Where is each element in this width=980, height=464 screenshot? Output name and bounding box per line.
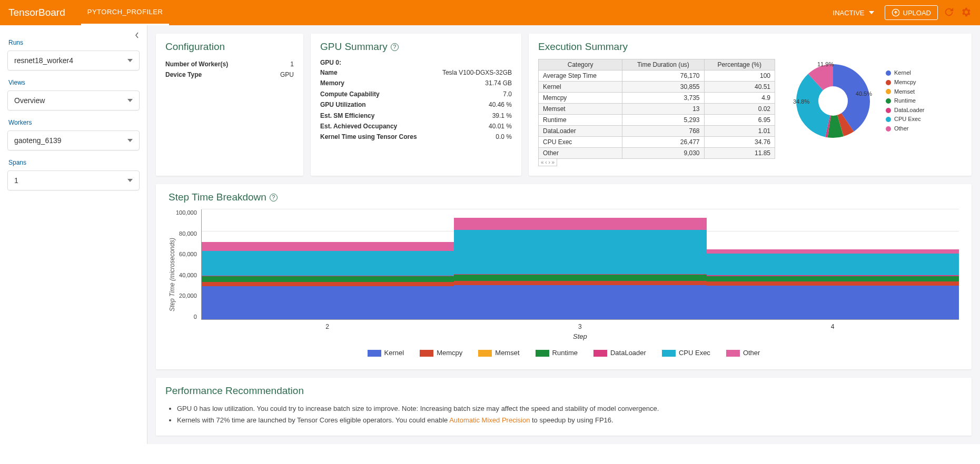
inactive-label: INACTIVE xyxy=(833,9,865,17)
step-time-breakdown-card: Step Time Breakdown ? Step Time (microse… xyxy=(156,184,972,369)
execution-summary-card: Execution Summary CategoryTime Duration … xyxy=(529,34,972,176)
configuration-card: Configuration Number of Worker(s)1Device… xyxy=(156,34,303,176)
legend-item[interactable]: CPU Exec xyxy=(662,348,710,359)
spans-label: Spans xyxy=(8,159,140,166)
x-axis-label: Step xyxy=(201,332,959,340)
legend-item[interactable]: Kernel xyxy=(368,348,404,359)
gpu0-heading: GPU 0: xyxy=(320,59,512,66)
step-bar xyxy=(202,209,454,319)
gpu-row: Est. SM Efficiency39.1 % xyxy=(320,110,512,121)
x-axis-ticks: 234 xyxy=(201,320,959,330)
gpu-row: Compute Capability7.0 xyxy=(320,89,512,99)
caret-down-icon xyxy=(127,139,133,142)
table-row: DataLoader7681.01 xyxy=(539,126,775,137)
caret-down-icon xyxy=(127,99,133,102)
upload-icon xyxy=(892,8,900,17)
gpu-row: Kernel Time using Tensor Cores0.0 % xyxy=(320,132,512,142)
table-row: Memset130.02 xyxy=(539,104,775,115)
donut-label-kernel: 40.5% xyxy=(856,90,872,97)
caret-down-icon xyxy=(127,179,133,182)
perf-rec-link[interactable]: Automatic Mixed Precision xyxy=(449,416,530,424)
step-breakdown-title: Step Time Breakdown ? xyxy=(169,191,959,203)
legend-item[interactable]: Other xyxy=(726,348,760,359)
perf-rec-title: Performance Recommendation xyxy=(165,385,962,397)
legend-item[interactable]: Memcpy xyxy=(886,78,925,87)
execution-donut-chart: 40.5% 34.8% 11.9% xyxy=(791,59,875,143)
step-chart-legend: KernelMemcpyMemsetRuntimeDataLoaderCPU E… xyxy=(169,348,959,359)
x-tick: 2 xyxy=(201,320,454,330)
workers-label: Workers xyxy=(8,119,140,126)
table-row: Memcpy3,7354.9 xyxy=(539,93,775,104)
inactive-dropdown[interactable]: INACTIVE xyxy=(828,6,879,20)
refresh-icon[interactable] xyxy=(943,6,955,19)
legend-item[interactable]: Runtime xyxy=(886,96,925,106)
runs-value: resnet18_worker4 xyxy=(14,56,73,65)
donut-label-other: 11.9% xyxy=(817,61,834,67)
upload-button[interactable]: UPLOAD xyxy=(885,5,938,20)
gpu-row: Memory31.74 GB xyxy=(320,78,512,88)
donut-label-cpuexec: 34.8% xyxy=(793,98,809,105)
y-axis-label: Step Time (microseconds) xyxy=(169,209,176,340)
perf-rec-item: GPU 0 has low utilization. You could try… xyxy=(177,403,962,415)
legend-item[interactable]: Other xyxy=(886,124,925,134)
runs-label: Runs xyxy=(8,39,140,46)
legend-item[interactable]: Memset xyxy=(478,348,519,359)
perf-rec-list: GPU 0 has low utilization. You could try… xyxy=(177,403,962,426)
settings-icon[interactable] xyxy=(960,6,972,19)
table-row: Other9,03011.85 xyxy=(539,148,775,159)
workers-select[interactable]: gaoteng_6139 xyxy=(7,130,140,150)
table-row: Kernel30,85540.51 xyxy=(539,82,775,93)
brand-logo: TensorBoard xyxy=(8,7,65,18)
performance-recommendation-card: Performance Recommendation GPU 0 has low… xyxy=(156,378,972,436)
perf-rec-item: Kernels with 72% time are launched by Te… xyxy=(177,415,962,426)
runs-select[interactable]: resnet18_worker4 xyxy=(7,51,140,70)
sidebar-collapse-toggle[interactable] xyxy=(134,32,140,41)
step-chart-plot xyxy=(201,209,959,320)
table-header: Time Duration (us) xyxy=(622,59,704,70)
execution-summary-table: CategoryTime Duration (us)Percentage (%)… xyxy=(538,59,775,159)
sidebar: Runs resnet18_worker4 Views Overview Wor… xyxy=(0,25,147,444)
table-header: Percentage (%) xyxy=(704,59,775,70)
workers-value: gaoteng_6139 xyxy=(14,136,62,145)
caret-down-icon xyxy=(127,59,133,62)
legend-item[interactable]: DataLoader xyxy=(593,348,646,359)
legend-item[interactable]: Runtime xyxy=(536,348,578,359)
gpu-row: GPU Utilization40.46 % xyxy=(320,99,512,110)
table-header: Category xyxy=(539,59,622,70)
donut-legend: KernelMemcpyMemsetRuntimeDataLoaderCPU E… xyxy=(886,68,925,133)
caret-down-icon xyxy=(869,11,874,14)
legend-item[interactable]: Memcpy xyxy=(420,348,462,359)
table-row: CPU Exec26,47734.76 xyxy=(539,137,775,148)
config-row: Number of Worker(s)1 xyxy=(165,59,294,69)
gpu-summary-title: GPU Summary ? xyxy=(320,41,512,53)
legend-item[interactable]: CPU Exec xyxy=(886,115,925,124)
legend-item[interactable]: Memset xyxy=(886,87,925,97)
gpu-row: NameTesla V100-DGXS-32GB xyxy=(320,67,512,78)
spans-select[interactable]: 1 xyxy=(7,170,140,190)
tab-pytorch-profiler[interactable]: PYTORCH_PROFILER xyxy=(81,0,170,25)
step-bar xyxy=(454,209,706,319)
gpu-row: Est. Achieved Occupancy40.01 % xyxy=(320,121,512,132)
x-tick: 4 xyxy=(706,320,959,330)
step-bar xyxy=(707,209,959,319)
views-label: Views xyxy=(8,79,140,86)
config-row: Device TypeGPU xyxy=(165,69,294,80)
configuration-title: Configuration xyxy=(165,41,294,53)
table-paginator[interactable]: « ‹ › » xyxy=(538,159,557,166)
main-content: Configuration Number of Worker(s)1Device… xyxy=(147,25,980,444)
table-row: Runtime5,2936.95 xyxy=(539,115,775,126)
execution-summary-title: Execution Summary xyxy=(538,41,962,53)
app-header: TensorBoard PYTORCH_PROFILER INACTIVE UP… xyxy=(0,0,980,25)
legend-item[interactable]: Kernel xyxy=(886,68,925,78)
gpu-summary-card: GPU Summary ? GPU 0: NameTesla V100-DGXS… xyxy=(311,34,521,176)
upload-label: UPLOAD xyxy=(903,9,931,17)
views-value: Overview xyxy=(14,96,45,105)
views-select[interactable]: Overview xyxy=(7,90,140,110)
spans-value: 1 xyxy=(14,176,18,185)
table-row: Average Step Time76,170100 xyxy=(539,70,775,82)
y-axis-ticks: 100,00080,00060,00040,00020,0000 xyxy=(176,209,201,320)
help-icon[interactable]: ? xyxy=(391,43,399,51)
help-icon[interactable]: ? xyxy=(270,194,278,201)
legend-item[interactable]: DataLoader xyxy=(886,106,925,115)
x-tick: 3 xyxy=(454,320,707,330)
